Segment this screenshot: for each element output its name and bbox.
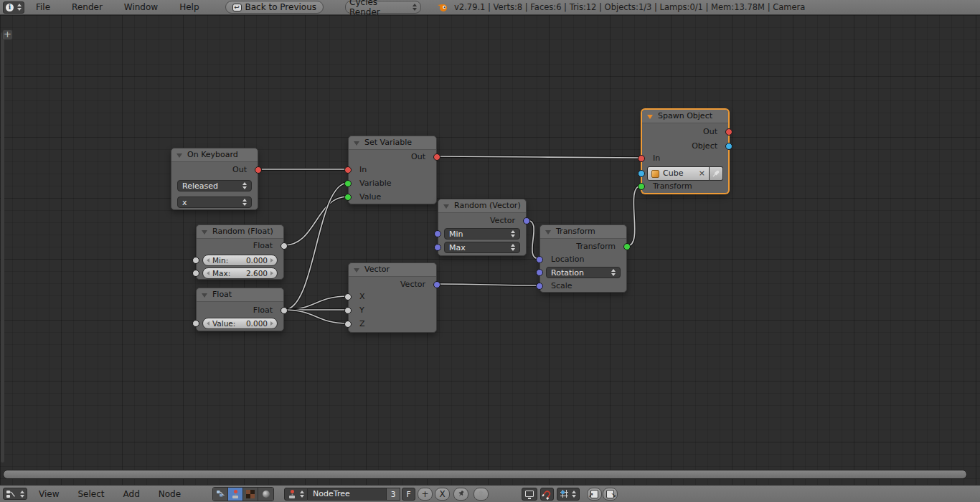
parent-tree-button[interactable]: ⇧ xyxy=(473,488,489,501)
slider-right-arrow-icon[interactable] xyxy=(270,258,273,262)
node-header-float[interactable]: Float xyxy=(197,288,283,302)
socket-gray-icon[interactable] xyxy=(344,293,352,300)
slider-min-field[interactable]: Min:0.000 xyxy=(202,255,278,266)
slider-value-field[interactable]: Value:0.000 xyxy=(202,318,278,329)
node-set-variable[interactable]: Set VariableOutInVariableValue xyxy=(348,136,437,204)
unlink-tree-button[interactable]: X xyxy=(435,488,450,501)
socket-purple-icon[interactable] xyxy=(434,230,441,237)
collapse-icon[interactable] xyxy=(176,153,182,158)
socket-purple-icon[interactable] xyxy=(434,244,441,251)
collapse-icon[interactable] xyxy=(647,115,653,119)
node-random-vector[interactable]: Random (Vector)VectorMinMax xyxy=(438,199,527,256)
socket-purple-icon[interactable] xyxy=(523,217,530,224)
collapse-icon[interactable] xyxy=(443,204,449,209)
socket-gray-icon[interactable] xyxy=(281,307,288,314)
collapse-icon[interactable] xyxy=(354,141,359,146)
node-header-on-keyboard[interactable]: On Keyboard xyxy=(171,148,258,162)
collapse-icon[interactable] xyxy=(545,230,551,235)
node-header-vector[interactable]: Vector xyxy=(349,263,436,277)
back-to-previous-button[interactable]: ↩ Back to Previous xyxy=(225,1,324,14)
node-header-set-variable[interactable]: Set Variable xyxy=(349,136,436,150)
slider-left-arrow-icon[interactable] xyxy=(207,271,209,275)
socket-red-icon[interactable] xyxy=(255,166,262,174)
socket-blue-icon[interactable] xyxy=(638,170,645,177)
socket-red-icon[interactable] xyxy=(638,155,645,162)
socket-gray-icon[interactable] xyxy=(192,257,199,264)
pin-button[interactable] xyxy=(453,488,468,501)
node-header-transform[interactable]: Transform xyxy=(540,225,626,239)
socket-gray-icon[interactable] xyxy=(192,320,199,327)
dropdown-released-button[interactable]: Released xyxy=(177,180,252,191)
node-header-random-vector[interactable]: Random (Vector) xyxy=(438,199,526,213)
eyedropper-button[interactable] xyxy=(710,166,723,181)
tree-select-button[interactable] xyxy=(284,488,308,501)
menu-view[interactable]: View xyxy=(39,489,59,499)
nodetree-name-field[interactable]: NodeTree xyxy=(308,488,387,501)
socket-gray-icon[interactable] xyxy=(344,321,352,328)
paste-nodes-button[interactable]: ↘ xyxy=(603,488,618,501)
node-header-spawn-object[interactable]: Spawn Object xyxy=(642,110,728,123)
socket-green-icon[interactable] xyxy=(344,180,352,187)
socket-purple-icon[interactable] xyxy=(536,269,543,276)
auto-render-toggle[interactable] xyxy=(522,488,537,501)
node-header-random-float[interactable]: Random (Float) xyxy=(197,225,283,239)
socket-red-icon[interactable] xyxy=(433,153,440,161)
slider-max-field[interactable]: Max:2.600 xyxy=(202,267,278,279)
users-count-button[interactable]: 3 xyxy=(387,488,400,501)
vertical-scrollbar[interactable] xyxy=(1,32,4,463)
dropdown-max-button[interactable]: Max xyxy=(444,242,520,253)
tree-type-material-button[interactable] xyxy=(258,488,273,501)
socket-blue-icon[interactable] xyxy=(725,143,732,150)
editor-type-button[interactable]: i xyxy=(3,1,24,14)
node-on-keyboard[interactable]: On KeyboardOutReleasedx xyxy=(171,148,258,210)
socket-green-icon[interactable] xyxy=(638,183,645,190)
dropdown-min-button[interactable]: Min xyxy=(444,228,520,240)
menu-add[interactable]: Add xyxy=(123,489,140,499)
slider-left-arrow-icon[interactable] xyxy=(207,321,209,326)
node-random-float[interactable]: Random (Float)FloatMin:0.000Max:2.600 xyxy=(196,224,284,280)
slider-right-arrow-icon[interactable] xyxy=(270,321,273,326)
dropdown-x-button[interactable]: x xyxy=(177,196,252,208)
copy-nodes-button[interactable]: ↗ xyxy=(587,488,602,501)
socket-green-icon[interactable] xyxy=(623,243,631,250)
node-vector[interactable]: VectorVectorXYZ xyxy=(348,262,437,333)
menu-window[interactable]: Window xyxy=(124,2,158,12)
menu-node[interactable]: Node xyxy=(159,489,181,499)
node-float[interactable]: FloatFloatValue:0.000 xyxy=(196,288,284,331)
menu-select[interactable]: Select xyxy=(77,489,104,499)
menu-file[interactable]: File xyxy=(36,2,50,12)
tree-type-texture-button[interactable] xyxy=(243,488,258,501)
slider-right-arrow-icon[interactable] xyxy=(270,271,273,275)
fake-user-button[interactable]: F xyxy=(402,488,415,501)
region-expand-button[interactable]: + xyxy=(2,29,13,40)
menu-help[interactable]: Help xyxy=(179,2,199,12)
snap-toggle-button[interactable] xyxy=(540,488,554,501)
node-editor-canvas[interactable]: On KeyboardOutReleasedxSet VariableOutIn… xyxy=(0,15,980,485)
collapse-icon[interactable] xyxy=(202,230,207,235)
node-spawn-object[interactable]: Spawn ObjectOutObjectInCube×Transform xyxy=(641,109,729,194)
tree-type-shader-button[interactable] xyxy=(213,488,228,501)
clear-object-icon[interactable]: × xyxy=(699,167,705,180)
snap-mode-button[interactable] xyxy=(557,488,580,501)
socket-gray-icon[interactable] xyxy=(344,307,352,314)
socket-green-icon[interactable] xyxy=(344,194,352,201)
horizontal-scrollbar[interactable] xyxy=(3,470,967,479)
tree-type-logic-button[interactable] xyxy=(228,488,243,501)
collapse-icon[interactable] xyxy=(354,268,359,273)
editor-type-button[interactable] xyxy=(3,488,27,500)
socket-purple-icon[interactable] xyxy=(433,281,440,288)
render-engine-dropdown[interactable]: Cycles Render xyxy=(345,1,421,14)
dropdown-rotation-button[interactable]: Rotation xyxy=(546,267,621,278)
object-name-field[interactable]: Cube× xyxy=(647,166,710,181)
menu-render[interactable]: Render xyxy=(72,2,103,12)
socket-gray-icon[interactable] xyxy=(281,242,288,250)
collapse-icon[interactable] xyxy=(202,293,207,298)
new-tree-button[interactable]: + xyxy=(418,488,433,501)
socket-red-icon[interactable] xyxy=(344,166,352,174)
slider-left-arrow-icon[interactable] xyxy=(207,258,209,262)
socket-gray-icon[interactable] xyxy=(192,270,199,277)
node-transform[interactable]: TransformTransformLocationRotationScale xyxy=(540,224,627,293)
socket-purple-icon[interactable] xyxy=(536,256,543,263)
socket-purple-icon[interactable] xyxy=(536,283,543,290)
socket-red-icon[interactable] xyxy=(725,128,732,136)
